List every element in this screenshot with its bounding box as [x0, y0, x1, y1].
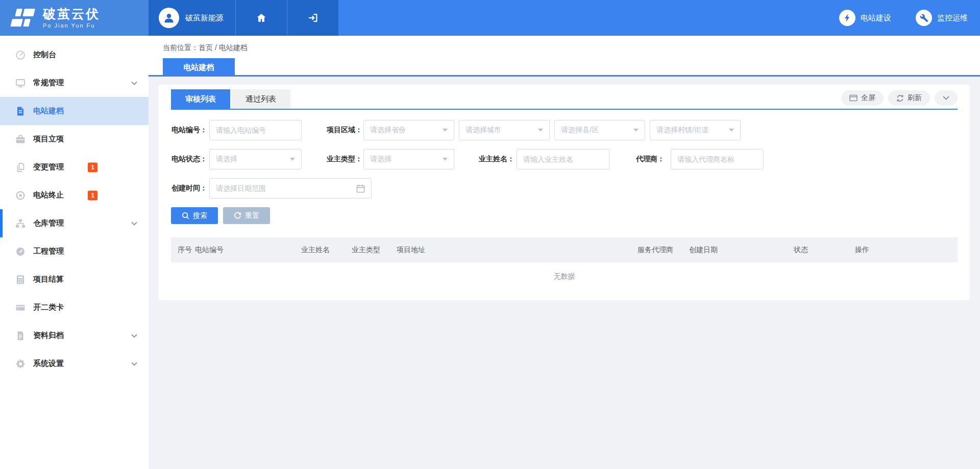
sidebar-item-station-termination[interactable]: 电站终止 1 [0, 181, 149, 209]
search-icon [182, 212, 189, 219]
filter-actions: 搜索 重置 [171, 207, 958, 224]
town-select[interactable]: 请选择村镇/街道 [650, 120, 741, 140]
collapse-toolbar-button[interactable] [935, 90, 958, 106]
col-address: 项目地址 [397, 245, 638, 255]
filter-row-3: 创建时间： [171, 178, 958, 199]
search-button[interactable]: 搜索 [171, 207, 218, 224]
sidebar-item-station-archive[interactable]: 电站建档 [0, 97, 149, 125]
col-status: 状态 [794, 245, 855, 255]
badge-count: 1 [88, 162, 97, 172]
tab-passed-list[interactable]: 通过列表 [231, 89, 290, 109]
agent-input[interactable] [671, 149, 764, 169]
search-label: 搜索 [193, 211, 207, 220]
empty-state: 无数据 [171, 262, 958, 291]
logout-button[interactable] [287, 0, 338, 36]
province-select[interactable]: 请选择省份 [363, 120, 454, 140]
brand-title: 破茧云伏 [43, 7, 100, 21]
date-range-input[interactable] [216, 184, 356, 192]
caret-down-icon [443, 129, 448, 132]
sidebar-item-engineering-management[interactable]: 工程管理 [0, 237, 149, 265]
tab-review-list[interactable]: 审核列表 [171, 89, 230, 109]
station-status-select[interactable]: 请选择 [209, 149, 302, 169]
caret-down-icon [538, 129, 543, 132]
chevron-down-icon [131, 221, 137, 226]
sidebar-item-label: 系统设置 [33, 359, 64, 368]
sidebar-item-label: 项目结算 [33, 275, 64, 284]
col-station-no: 电站编号 [195, 245, 301, 255]
caret-down-icon [633, 129, 639, 132]
sidebar-item-label: 仓库管理 [33, 218, 64, 228]
col-index: 序号 [178, 245, 195, 255]
chevron-down-icon [131, 334, 137, 338]
brand-text: 破茧云伏 Po Jian Yun Fu [43, 7, 100, 29]
archive-file-icon [15, 331, 26, 341]
reset-label: 重置 [245, 211, 259, 220]
app-root: 破茧云伏 Po Jian Yun Fu 破茧新能源 [0, 0, 980, 469]
caret-down-icon [729, 129, 734, 132]
breadcrumb-label: 当前位置： [163, 43, 199, 52]
breadcrumb: 当前位置：首页 / 电站建档 [163, 43, 248, 53]
sidebar-item-console[interactable]: 控制台 [0, 41, 149, 69]
owner-type-label: 业主类型： [327, 155, 361, 164]
lightning-icon [839, 10, 855, 26]
sidebar-item-label: 开二类卡 [33, 303, 64, 312]
nav-station-construction[interactable]: 电站建设 [839, 10, 891, 26]
created-time-label: 创建时间： [171, 184, 207, 193]
target-icon [15, 190, 26, 201]
sidebar-item-system-settings[interactable]: 系统设置 [0, 350, 149, 378]
date-range-picker[interactable] [209, 178, 372, 199]
sidebar-item-label: 变更管理 [33, 162, 64, 172]
company-name: 破茧新能源 [185, 13, 224, 23]
breadcrumb-path: 首页 / 电站建档 [199, 43, 248, 52]
sidebar: 控制台 常规管理 电站建档 [0, 36, 149, 469]
chevron-down-icon [131, 362, 137, 366]
sidebar-item-project-settlement[interactable]: 项目结算 [0, 265, 149, 293]
sitemap-icon [15, 218, 26, 229]
reset-button[interactable]: 重置 [223, 207, 270, 224]
col-owner-name: 业主姓名 [301, 245, 352, 255]
nav-monitoring-ops[interactable]: 监控运维 [916, 10, 968, 26]
document-icon [15, 106, 26, 116]
owner-name-label: 业主姓名： [478, 155, 514, 164]
fullscreen-label: 全屏 [861, 93, 875, 103]
sidebar-item-data-archive[interactable]: 资料归档 [0, 322, 149, 350]
list-tabs: 审核列表 通过列表 全屏 [171, 85, 958, 110]
calendar-icon [356, 184, 365, 193]
header-right-section: 电站建设 监控运维 [338, 0, 980, 36]
main-content: 当前位置：首页 / 电站建档 电站建档 审核列表 通过列表 [149, 36, 980, 469]
county-select[interactable]: 请选择县/区 [554, 120, 645, 140]
nav-action-label: 监控运维 [937, 13, 968, 23]
owner-name-input[interactable] [517, 149, 609, 169]
city-select[interactable]: 请选择城市 [459, 120, 550, 140]
caret-down-icon [290, 158, 295, 161]
sidebar-item-label: 工程管理 [33, 246, 64, 256]
reset-icon [234, 212, 241, 219]
owner-type-select[interactable]: 请选择 [363, 149, 454, 169]
fullscreen-button[interactable]: 全屏 [841, 90, 884, 106]
sidebar-item-warehouse-management[interactable]: 仓库管理 [0, 209, 149, 237]
copy-icon [15, 162, 26, 172]
refresh-button[interactable]: 刷新 [888, 90, 930, 106]
brand-logo-icon [10, 7, 37, 29]
sidebar-item-general-management[interactable]: 常规管理 [0, 69, 149, 97]
page-tab-station-archive[interactable]: 电站建档 [163, 58, 235, 77]
sidebar-item-project-initiation[interactable]: 项目立项 [0, 125, 149, 153]
filter-form: 电站编号： 项目区域： 请选择省份 请选择城市 请选择县/区 [171, 110, 958, 224]
col-owner-type: 业主类型 [352, 245, 397, 255]
filter-row-1: 电站编号： 项目区域： 请选择省份 请选择城市 请选择县/区 [171, 120, 958, 140]
filter-row-2: 电站状态： 请选择 业主类型： 请选择 业主姓名： 代理商： [171, 149, 958, 169]
sidebar-item-change-management[interactable]: 变更管理 1 [0, 153, 149, 181]
station-no-input[interactable] [209, 120, 302, 140]
sidebar-item-label: 资料归档 [33, 331, 64, 340]
dashboard-icon [15, 246, 26, 257]
agent-label: 代理商： [636, 155, 665, 164]
table-header-row: 序号 电站编号 业主姓名 业主类型 项目地址 服务代理商 创建日期 状态 操作 [171, 237, 958, 262]
chevron-down-icon [131, 81, 137, 85]
col-created-date: 创建日期 [689, 245, 794, 255]
sidebar-item-open-class2-card[interactable]: 开二类卡 [0, 293, 149, 322]
user-avatar-icon [159, 8, 179, 28]
chevron-down-icon [943, 96, 949, 100]
home-button[interactable] [235, 0, 287, 36]
col-agent: 服务代理商 [638, 245, 689, 255]
user-menu[interactable]: 破茧新能源 [149, 0, 235, 36]
